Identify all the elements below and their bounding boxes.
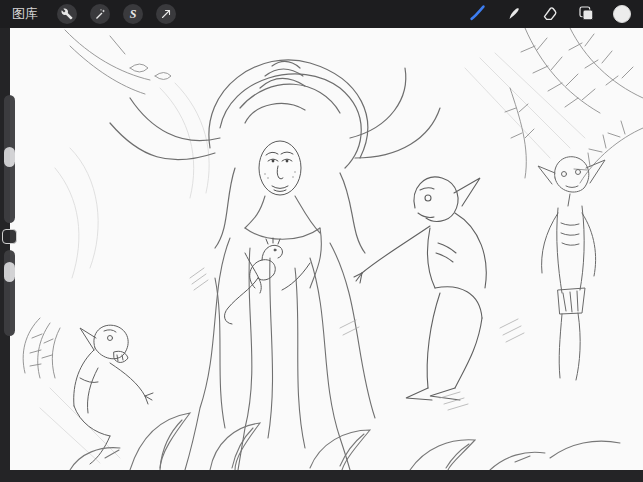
smudge-finger-icon bbox=[505, 4, 523, 25]
gallery-button[interactable]: 图库 bbox=[12, 5, 38, 23]
paint-brush-button[interactable] bbox=[468, 3, 487, 25]
ferns bbox=[505, 28, 643, 183]
procreate-app: 图库 S bbox=[0, 0, 643, 482]
far-right-goblin bbox=[538, 157, 605, 380]
color-swatch-button[interactable] bbox=[613, 5, 631, 23]
eraser-icon bbox=[541, 4, 559, 25]
twigs bbox=[65, 30, 171, 94]
brush-sidebar bbox=[1, 95, 17, 336]
brush-stroke-icon bbox=[468, 3, 487, 25]
magic-wand-icon bbox=[94, 8, 106, 20]
bottom-leaves bbox=[70, 413, 620, 470]
right-goblin bbox=[354, 177, 486, 400]
layers-icon bbox=[577, 4, 595, 25]
layers-button[interactable] bbox=[577, 4, 595, 25]
selection-button[interactable]: S bbox=[123, 4, 143, 24]
brush-size-handle[interactable] bbox=[4, 147, 15, 167]
transform-button[interactable] bbox=[156, 4, 176, 24]
brush-opacity-handle[interactable] bbox=[4, 262, 15, 282]
left-goblin bbox=[74, 325, 153, 464]
top-toolbar: 图库 S bbox=[0, 0, 643, 28]
wrench-icon bbox=[61, 8, 73, 20]
brush-size-slider[interactable] bbox=[4, 95, 15, 223]
toolbar-right-group bbox=[468, 3, 631, 25]
arrow-cursor-icon bbox=[160, 8, 172, 20]
actions-button[interactable] bbox=[57, 4, 77, 24]
selection-s-icon: S bbox=[130, 8, 137, 20]
canvas-artwork[interactable] bbox=[10, 28, 643, 470]
brush-opacity-slider[interactable] bbox=[4, 250, 15, 336]
eraser-tool-button[interactable] bbox=[541, 4, 559, 25]
background-hatching bbox=[40, 53, 585, 463]
canvas[interactable] bbox=[10, 28, 643, 470]
adjustments-button[interactable] bbox=[90, 4, 110, 24]
wing-feathers bbox=[23, 318, 60, 378]
toolbar-left-group: 图库 S bbox=[12, 4, 176, 24]
modify-button[interactable] bbox=[2, 229, 17, 244]
shading-hatches bbox=[190, 268, 524, 410]
smudge-tool-button[interactable] bbox=[505, 4, 523, 25]
face bbox=[259, 141, 301, 195]
